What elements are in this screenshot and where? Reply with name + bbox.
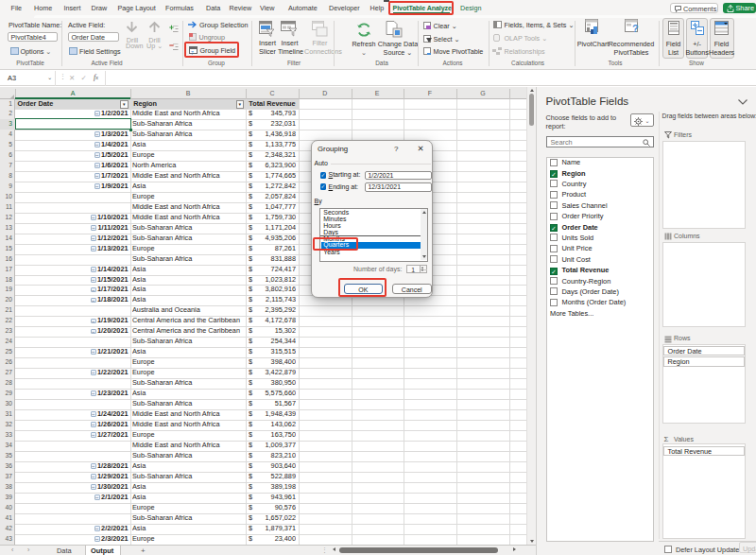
svg-text:?: ? — [632, 23, 639, 34]
